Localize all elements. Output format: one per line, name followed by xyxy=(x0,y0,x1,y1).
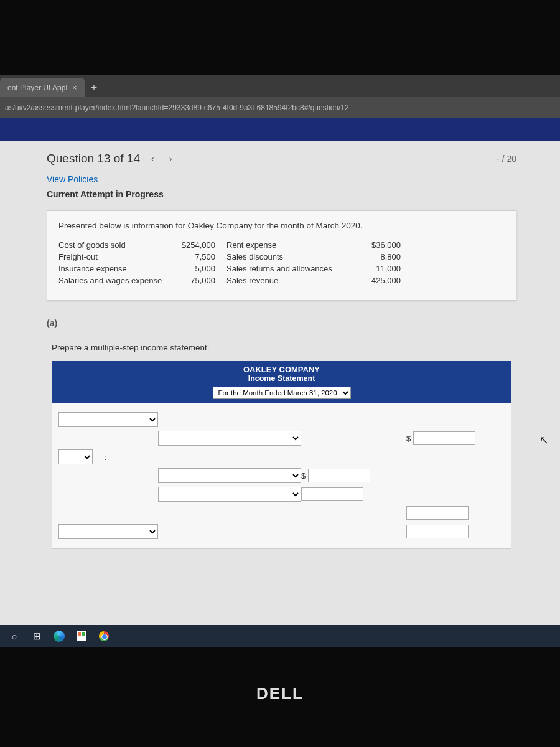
account-select[interactable] xyxy=(58,524,158,539)
table-row: Cost of goods sold $254,000 Rent expense… xyxy=(58,239,505,251)
question-intro: Presented below is information for Oakle… xyxy=(58,221,505,230)
question-info-card: Presented below is information for Oakle… xyxy=(47,210,516,301)
income-statement-form: OAKLEY COMPANY Income Statement For the … xyxy=(52,361,511,549)
table-row: Freight-out 7,500 Sales discounts 8,800 xyxy=(58,251,505,263)
score-label: - / 20 xyxy=(497,154,516,164)
windows-taskbar: ○ ⊞ xyxy=(0,625,560,647)
next-question-button[interactable]: › xyxy=(166,153,176,165)
dollar-sign: $ xyxy=(301,471,306,481)
account-select[interactable] xyxy=(158,431,301,446)
laptop-brand: DELL xyxy=(0,684,560,703)
company-name: OAKLEY COMPANY xyxy=(52,365,511,374)
store-icon[interactable] xyxy=(71,627,92,646)
tab-title: ent Player UI Appl xyxy=(7,83,67,92)
account-select[interactable] xyxy=(58,412,158,427)
instruction-text: Prepare a multiple-step income statement… xyxy=(52,343,516,352)
part-label: (a) xyxy=(47,318,516,328)
data-table: Cost of goods sold $254,000 Rent expense… xyxy=(58,239,505,286)
amount-input[interactable] xyxy=(308,469,370,482)
date-row: For the Month Ended March 31, 2020 xyxy=(52,387,511,403)
question-header: Question 13 of 14 ‹ › - / 20 xyxy=(47,148,516,172)
table-row: Insurance expense 5,000 Sales returns an… xyxy=(58,263,505,275)
account-select[interactable] xyxy=(58,449,93,464)
amount-input[interactable] xyxy=(301,487,363,501)
taskview-icon[interactable]: ⊞ xyxy=(26,627,47,646)
url-text: as/ui/v2/assessment-player/index.html?la… xyxy=(5,103,349,112)
attempt-status: Current Attempt in Progress xyxy=(47,189,516,199)
chrome-icon[interactable] xyxy=(93,627,114,646)
laptop-frame: ent Player UI Appl × + as/ui/v2/assessme… xyxy=(0,0,560,747)
statement-body: $ : $ xyxy=(52,403,511,549)
table-row: Salaries and wages expense 75,000 Sales … xyxy=(58,275,505,286)
date-select[interactable]: For the Month Ended March 31, 2020 xyxy=(213,387,351,399)
edge-icon[interactable] xyxy=(49,627,70,646)
amount-input[interactable] xyxy=(406,525,469,538)
amount-input[interactable] xyxy=(413,431,475,445)
assessment-header-bar xyxy=(0,118,560,141)
question-container: Question 13 of 14 ‹ › - / 20 View Polici… xyxy=(0,141,560,549)
statement-header: OAKLEY COMPANY Income Statement xyxy=(52,361,511,387)
screen: ent Player UI Appl × + as/ui/v2/assessme… xyxy=(0,75,560,647)
view-policies-link[interactable]: View Policies xyxy=(47,174,516,184)
prev-question-button[interactable]: ‹ xyxy=(147,153,158,165)
question-number-label: Question 13 of 14 xyxy=(47,152,140,166)
dollar-sign: $ xyxy=(406,434,411,443)
url-bar[interactable]: as/ui/v2/assessment-player/index.html?la… xyxy=(0,97,560,118)
account-select[interactable] xyxy=(158,487,301,502)
colon-label: : xyxy=(102,453,107,462)
cursor-icon: ↖ xyxy=(539,433,549,447)
browser-tab[interactable]: ent Player UI Appl × xyxy=(0,78,85,97)
account-select[interactable] xyxy=(158,468,301,483)
close-icon[interactable]: × xyxy=(72,83,77,92)
browser-tab-strip: ent Player UI Appl × + xyxy=(0,75,560,97)
cortana-icon[interactable]: ○ xyxy=(4,627,25,646)
amount-input[interactable] xyxy=(406,506,469,520)
new-tab-button[interactable]: + xyxy=(85,79,104,97)
page-content: Question 13 of 14 ‹ › - / 20 View Polici… xyxy=(0,118,560,647)
statement-title: Income Statement xyxy=(52,374,511,385)
